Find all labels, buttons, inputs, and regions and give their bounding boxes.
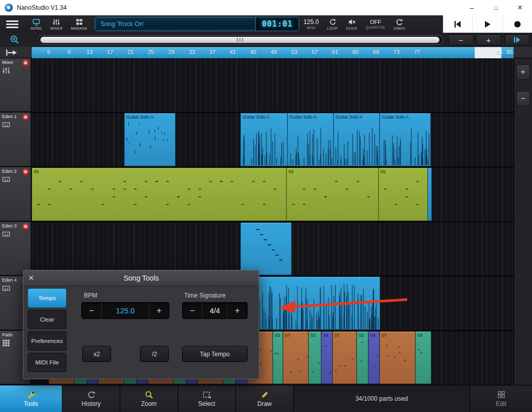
double-tempo-button[interactable]: x2 (82, 346, 111, 362)
bottom-button-zoom[interactable]: Zoom (120, 385, 178, 412)
maximize-button[interactable]: □ (484, 0, 508, 15)
manage-button[interactable]: MANAGE (66, 15, 92, 33)
timeline-ruler[interactable]: 5913172125293337414549535761656973778185 (32, 47, 514, 58)
edit-grid-icon (497, 390, 505, 399)
clip-04[interactable]: 04 (415, 331, 431, 384)
zoom-out-button[interactable]: − (448, 34, 474, 45)
clip-04[interactable]: 04 (321, 331, 332, 384)
track-name: Eden 4 (2, 278, 17, 283)
clip-label: Guitar Solo A (126, 115, 153, 120)
half-tempo-button[interactable]: /2 (140, 346, 169, 362)
vertical-zoom-column: + − (514, 58, 532, 385)
clip-notes-texture (333, 332, 357, 384)
song-title: Song 'Rock On' (95, 20, 255, 28)
skip-to-end-icon (513, 36, 522, 44)
clip-07[interactable]: 07 (332, 331, 357, 384)
play-button[interactable] (472, 15, 502, 33)
pads-track-icon (2, 339, 10, 349)
clip-notes-texture (241, 113, 287, 166)
click-button[interactable]: CLICK (342, 15, 362, 33)
ruler-number: 85 (506, 49, 513, 55)
record-button[interactable] (502, 15, 532, 33)
song-view-button[interactable]: SONG (27, 15, 46, 33)
clip-07[interactable]: 07 (380, 331, 415, 384)
time-signature-decrease-button[interactable]: − (183, 303, 203, 318)
track-header-mixer[interactable]: MixerR (0, 58, 31, 112)
bpm-display[interactable]: 125.0 BPM (299, 15, 323, 33)
dialog-header[interactable]: × Song Tools (24, 270, 259, 286)
zoom-pan-tool-button[interactable] (6, 35, 24, 45)
track-header-eden-2[interactable]: Eden 2R (0, 167, 31, 222)
record-arm-badge[interactable]: R (23, 223, 29, 230)
clip-guitar-solo-a[interactable]: Guitar Solo A (240, 113, 287, 166)
bottom-button-history[interactable]: History (62, 385, 120, 412)
scrollbar-thumb[interactable] (40, 37, 439, 43)
record-arm-badge[interactable]: R (23, 60, 29, 66)
dialog-tab-tempo[interactable]: Tempo (28, 288, 66, 308)
clip-label: Guitar Solo A (242, 115, 270, 120)
ruler-number: 65 (352, 49, 359, 55)
bottom-button-draw[interactable]: Draw (236, 385, 294, 412)
clip-label: 05 (289, 169, 294, 174)
mixer-view-button[interactable]: MIXER (46, 15, 66, 33)
track-header-eden-1[interactable]: Eden 1R (0, 112, 31, 167)
clip-guitar-solo-a[interactable]: Guitar Solo A (287, 113, 334, 166)
edit-button[interactable]: Edit (470, 385, 532, 412)
track-zoom-out-button[interactable]: − (516, 91, 530, 106)
minimize-button[interactable]: – (460, 0, 484, 15)
clip-notes-texture (241, 223, 292, 275)
time-signature-label: Time Signature (184, 292, 226, 299)
time-signature-increase-button[interactable]: + (227, 303, 247, 318)
clip-notes-texture (379, 168, 428, 221)
dialog-close-button[interactable]: × (29, 270, 34, 286)
clip-05[interactable]: 05 (32, 168, 286, 221)
undo-button[interactable]: UNDO (389, 15, 409, 33)
track-header-eden-3[interactable]: Eden 3R (0, 222, 31, 276)
dialog-tab-midi-file[interactable]: MIDI File (28, 353, 66, 372)
keys-track-icon (2, 175, 10, 186)
dialog-tab-clear[interactable]: Clear (28, 310, 66, 329)
song-display[interactable]: Song 'Rock On' 001:01 (95, 17, 299, 31)
ruler-number: 73 (393, 49, 400, 55)
tap-tempo-button[interactable]: Tap Tempo (182, 346, 248, 362)
clip-label: 03 (311, 333, 316, 338)
clip[interactable] (428, 168, 432, 221)
clip-03[interactable]: 03 (273, 331, 283, 384)
magnifier-icon (145, 390, 153, 399)
ruler-number: 61 (332, 49, 338, 55)
clip-label: Guitar Solo A (336, 115, 363, 120)
clip-guitar-solo-a[interactable]: Guitar Solo A (334, 113, 380, 166)
clip-notes-texture (380, 332, 415, 384)
clip-03[interactable]: 03 (308, 331, 321, 384)
clip-03[interactable]: 03 (357, 331, 368, 384)
loop-button[interactable]: LOOP (323, 15, 342, 33)
clip-notes-texture (273, 332, 283, 384)
ruler-number: 13 (86, 49, 93, 55)
undo-icon (395, 18, 403, 26)
clip-05[interactable]: 05 (379, 168, 428, 221)
record-arm-badge[interactable]: R (23, 169, 29, 175)
dialog-tab-preferences[interactable]: Preferences (28, 331, 66, 351)
quantize-button[interactable]: OFF QUANTIZE (362, 15, 390, 33)
menu-button[interactable] (6, 19, 21, 29)
zoom-in-button[interactable]: + (476, 34, 501, 45)
horizontal-scrollbar[interactable] (38, 35, 443, 44)
window-controls: – □ × (460, 0, 532, 15)
track-zoom-in-button[interactable]: + (516, 64, 530, 80)
bpm-decrease-button[interactable]: − (82, 303, 102, 318)
close-button[interactable]: × (508, 0, 532, 15)
tool-buttons: ToolsHistoryZoomSelectDraw (0, 385, 294, 412)
clip-04[interactable]: 04 (368, 331, 380, 384)
bpm-increase-button[interactable]: + (149, 303, 169, 318)
follow-playhead-button[interactable] (504, 34, 530, 45)
bottom-button-tools[interactable]: Tools (0, 385, 62, 412)
clip[interactable] (240, 222, 292, 275)
clip-05[interactable]: 05 (286, 168, 379, 221)
clip-07[interactable]: 07 (283, 331, 308, 384)
clip-guitar-solo-a[interactable]: Guitar Solo A (380, 113, 431, 166)
clip-guitar-solo-a[interactable]: Guitar Solo A (124, 113, 175, 166)
bottom-button-select[interactable]: Select (178, 385, 236, 412)
rewind-button[interactable] (443, 15, 472, 33)
record-arm-badge[interactable]: R (23, 114, 29, 121)
bpm-stepper: − 125.0 + (81, 302, 169, 319)
